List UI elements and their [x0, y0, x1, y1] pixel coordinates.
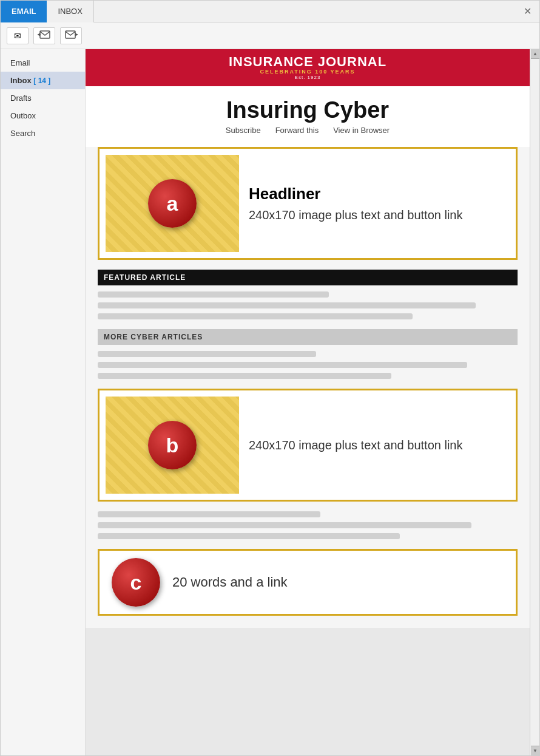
- newsletter-logo: INSURANCE JOURNAL CELEBRATING 100 YEARS …: [229, 55, 386, 80]
- newsletter-nav: Subscribe Forward this View in Browser: [86, 123, 530, 142]
- ad-image-a: a: [106, 155, 239, 252]
- newsletter-title-area: Insuring Cyber Subscribe Forward this Vi…: [86, 86, 530, 147]
- scrollbar-down-button[interactable]: ▼: [531, 746, 539, 755]
- sidebar: Email Inbox [ 14 ] Drafts Outbox Search: [1, 49, 86, 755]
- close-button[interactable]: ✕: [518, 2, 537, 21]
- logo-main: INSURANCE JOURNAL: [229, 55, 386, 69]
- text-line-6: [98, 373, 391, 379]
- text-line-7: [98, 511, 320, 517]
- forward-link[interactable]: Forward this: [275, 126, 319, 135]
- forward-button[interactable]: [60, 27, 82, 44]
- newsletter-body: a Headliner 240x170 image plus text and …: [86, 147, 530, 628]
- ad-block-c: c 20 words and a link: [98, 549, 518, 616]
- newsletter-header: INSURANCE JOURNAL CELEBRATING 100 YEARS …: [86, 49, 530, 86]
- text-line-5: [98, 362, 467, 368]
- email-area[interactable]: ▲ ▼ INSURANCE JOURNAL CELEBRATING 100 YE…: [86, 49, 539, 755]
- text-line-8: [98, 522, 471, 528]
- ad-desc-b: 240x170 image plus text and button link: [249, 437, 510, 453]
- sidebar-item-outbox[interactable]: Outbox: [1, 107, 85, 124]
- text-line-1: [98, 291, 329, 298]
- scrollbar-up-button[interactable]: ▲: [531, 49, 539, 59]
- text-line-3: [98, 313, 413, 319]
- sidebar-item-inbox[interactable]: Inbox [ 14 ]: [1, 72, 85, 89]
- featured-text-lines: [98, 291, 518, 319]
- ad-block-a: a Headliner 240x170 image plus text and …: [98, 147, 518, 260]
- ad-circle-a: a: [148, 179, 197, 228]
- tab-inbox[interactable]: INBOX: [47, 1, 93, 22]
- view-browser-link[interactable]: View in Browser: [333, 126, 390, 135]
- window: EMAIL INBOX ✕ ✉: [0, 0, 540, 756]
- ad-circle-c: c: [112, 558, 160, 607]
- section-featured-header: FEATURED ARTICLE: [98, 270, 518, 285]
- tab-email[interactable]: EMAIL: [1, 1, 47, 22]
- text-line-2: [98, 302, 476, 308]
- ad-desc-a: 240x170 image plus text and button link: [249, 207, 510, 223]
- more-text-lines: [98, 351, 518, 379]
- sidebar-item-email[interactable]: Email: [1, 54, 85, 72]
- inbox-badge: [ 14 ]: [33, 77, 50, 85]
- ad-desc-c: 20 words and a link: [172, 574, 288, 590]
- ad-heading-a: Headliner: [249, 185, 510, 203]
- logo-celebrating: CELEBRATING 100 YEARS: [260, 69, 355, 75]
- sidebar-item-search[interactable]: Search: [1, 124, 85, 142]
- ad-text-a: Headliner 240x170 image plus text and bu…: [249, 185, 510, 223]
- title-bar: EMAIL INBOX ✕: [1, 1, 539, 22]
- section-more-header: MORE CYBER ARTICLES: [98, 329, 518, 345]
- newsletter-title: Insuring Cyber: [86, 97, 530, 123]
- svg-rect-2: [66, 31, 75, 38]
- compose-icon: ✉: [14, 31, 21, 41]
- sidebar-item-drafts[interactable]: Drafts: [1, 89, 85, 107]
- forward-icon: [64, 30, 78, 42]
- svg-rect-0: [40, 31, 50, 38]
- text-line-4: [98, 351, 316, 357]
- subscribe-link[interactable]: Subscribe: [226, 126, 261, 135]
- scrollbar-track[interactable]: ▲ ▼: [530, 49, 539, 755]
- email-content: INSURANCE JOURNAL CELEBRATING 100 YEARS …: [86, 49, 530, 628]
- post-b-text-lines: [98, 511, 518, 539]
- ad-circle-b: b: [148, 421, 197, 469]
- reply-icon: [38, 30, 51, 41]
- main-layout: Email Inbox [ 14 ] Drafts Outbox Search …: [1, 49, 539, 755]
- ad-image-b: b: [106, 397, 239, 494]
- compose-button[interactable]: ✉: [7, 27, 29, 44]
- toolbar: ✉: [1, 22, 539, 49]
- ad-block-b: b 240x170 image plus text and button lin…: [98, 389, 518, 502]
- reply-button[interactable]: [33, 27, 55, 44]
- logo-est: Est. 1923: [295, 75, 321, 80]
- text-line-9: [98, 533, 400, 539]
- ad-text-b: 240x170 image plus text and button link: [249, 437, 510, 453]
